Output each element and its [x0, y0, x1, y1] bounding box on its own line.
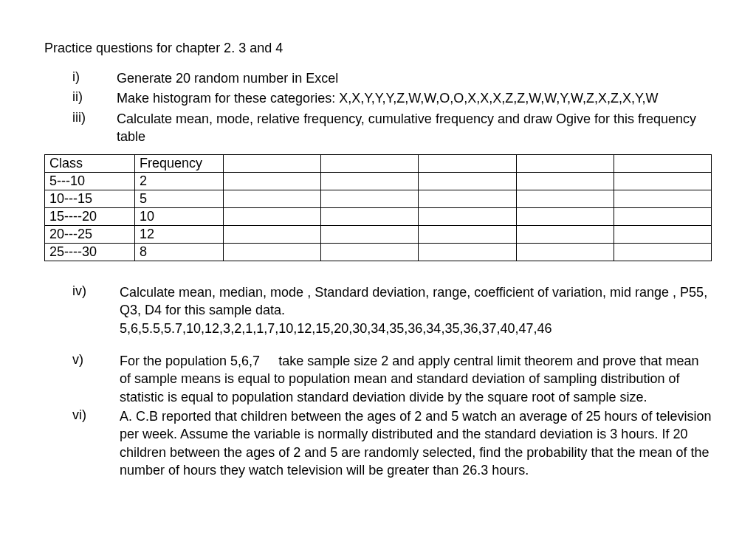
item-label: iv) — [72, 283, 120, 337]
table-row: 20---25 12 — [45, 226, 712, 244]
list-item: i) Generate 20 random number in Excel — [72, 69, 712, 87]
table-cell: 12 — [135, 226, 224, 244]
table-cell-empty — [224, 208, 321, 226]
list-item: iv) Calculate mean, median, mode , Stand… — [72, 283, 712, 337]
table-row: 25----30 8 — [45, 244, 712, 261]
table-cell-empty — [614, 208, 711, 226]
table-cell-empty — [516, 190, 614, 208]
table-row: Class Frequency — [45, 155, 712, 173]
item-text: A. C.B reported that children between th… — [120, 407, 712, 479]
table-cell: 10 — [135, 208, 224, 226]
table-cell: 15----20 — [45, 208, 135, 226]
table-cell-empty — [419, 173, 516, 190]
table-cell-empty — [224, 226, 321, 244]
table-cell: 5 — [135, 190, 224, 208]
table-cell: 5---10 — [45, 173, 135, 190]
question-list-2: iv) Calculate mean, median, mode , Stand… — [44, 283, 712, 479]
table-cell-empty — [614, 190, 711, 208]
table-cell-empty — [321, 226, 419, 244]
table-cell-empty — [224, 190, 321, 208]
table-cell: 25----30 — [45, 244, 135, 261]
table-header-cell: Class — [45, 155, 135, 173]
page-title: Practice questions for chapter 2. 3 and … — [44, 41, 712, 56]
table-cell-empty — [614, 244, 711, 261]
table-cell-empty — [516, 226, 614, 244]
frequency-table: Class Frequency 5---10 2 10---15 5 — [44, 154, 712, 261]
table-cell-empty — [321, 244, 419, 261]
list-item: v) For the population 5,6,7 take sample … — [72, 352, 712, 406]
item-label: vi) — [72, 407, 120, 479]
item-label: v) — [72, 352, 120, 406]
table-cell-empty — [516, 244, 614, 261]
table-cell-empty — [614, 226, 711, 244]
item-data-line: 5,6,5.5,5.7,10,12,3,2,1,1,7,10,12,15,20,… — [120, 321, 552, 336]
item-text: For the population 5,6,7 take sample siz… — [120, 352, 712, 406]
item-text: Generate 20 random number in Excel — [117, 69, 712, 87]
table-cell-empty — [419, 208, 516, 226]
question-list-1: i) Generate 20 random number in Excel ii… — [44, 69, 712, 145]
table-cell-empty — [224, 155, 321, 173]
table-cell: 2 — [135, 173, 224, 190]
table-cell-empty — [321, 208, 419, 226]
item-text: Calculate mean, median, mode , Standard … — [120, 283, 712, 337]
table-cell-empty — [516, 155, 614, 173]
table-header-cell: Frequency — [135, 155, 224, 173]
table-row: 10---15 5 — [45, 190, 712, 208]
table-cell-empty — [321, 155, 419, 173]
table-cell-empty — [419, 226, 516, 244]
table-cell: 20---25 — [45, 226, 135, 244]
table-cell: 10---15 — [45, 190, 135, 208]
table-cell-empty — [321, 190, 419, 208]
table-cell-empty — [419, 155, 516, 173]
table-cell-empty — [614, 173, 711, 190]
list-item: vi) A. C.B reported that children betwee… — [72, 407, 712, 479]
table-row: 15----20 10 — [45, 208, 712, 226]
item-text: Calculate mean, mode, relative frequency… — [117, 110, 712, 146]
table-row: 5---10 2 — [45, 173, 712, 190]
table-cell-empty — [419, 244, 516, 261]
item-text-line: Calculate mean, median, mode , Standard … — [120, 285, 707, 317]
list-item: iii) Calculate mean, mode, relative freq… — [72, 110, 712, 146]
table-cell-empty — [224, 173, 321, 190]
table-cell: 8 — [135, 244, 224, 261]
table-cell-empty — [516, 173, 614, 190]
item-label: i) — [72, 69, 117, 87]
table-cell-empty — [614, 155, 711, 173]
table-cell-empty — [419, 190, 516, 208]
table-cell-empty — [516, 208, 614, 226]
list-item: ii) Make histogram for these categories:… — [72, 89, 712, 107]
item-label: ii) — [72, 89, 117, 107]
item-label: iii) — [72, 110, 117, 146]
table-cell-empty — [224, 244, 321, 261]
table-cell-empty — [321, 173, 419, 190]
item-text: Make histogram for these categories: X,X… — [117, 89, 712, 107]
